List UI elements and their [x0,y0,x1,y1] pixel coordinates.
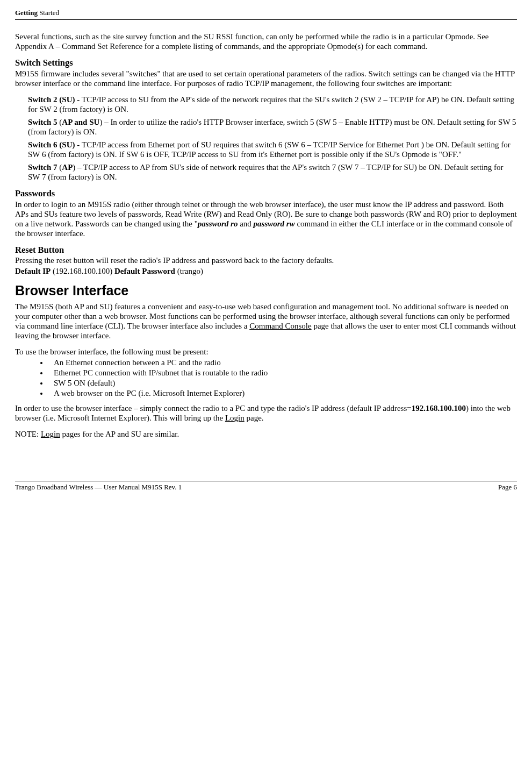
list-item: An Ethernet connection between a PC and … [48,358,517,367]
reset-line1: Pressing the reset button will reset the… [15,255,517,265]
list-item: Ethernet PC connection with IP/subnet th… [48,368,517,378]
command-console-link: Command Console [249,322,311,330]
browser-p2-post: page. [245,414,264,422]
browser-p1: The M915S (both AP and SU) features a co… [15,302,517,340]
switch-label-paren: (AP) [59,163,75,172]
default-ip-inline: 192.168.100.100 [412,404,466,413]
default-pw-label: Default Password [114,267,175,275]
reset-defaults: Default IP (192.168.100.100) Default Pas… [15,266,517,276]
reset-heading: Reset Button [15,245,517,255]
list-item: A web browser on the PC (i.e. Microsoft … [48,388,517,398]
browser-p2: In order to use the browser interface – … [15,403,517,423]
switch-text: TCP/IP access from Ethernet port of SU r… [28,140,511,159]
note-pre: NOTE: [15,430,41,438]
footer-divider [15,481,517,481]
browser-interface-heading: Browser Interface [15,282,517,298]
header-divider [15,19,517,20]
switch-text: – TCP/IP access to AP from SU's side of … [28,163,504,181]
switch-label: Switch 2 (SU) - [28,95,82,104]
list-item: SW 5 ON (default) [48,378,517,388]
switch-label: Switch 7 [28,163,59,172]
note-post: pages for the AP and SU are similar. [60,430,179,438]
default-pw-value: (trango) [175,267,203,275]
login-link-note: Login [41,430,60,438]
browser-reqs-list: An Ethernet connection between a PC and … [15,358,517,398]
browser-note: NOTE: Login pages for the AP and SU are … [15,429,517,439]
default-ip-value: (192.168.100.100) [51,267,114,275]
page-footer: Trango Broadband Wireless — User Manual … [15,481,517,492]
passwords-mid: and [238,219,253,228]
intro-paragraph: Several functions, such as the site surv… [15,32,517,51]
switch-item: Switch 7 (AP) – TCP/IP access to AP from… [28,162,517,182]
switch-item: Switch 2 (SU) - TCP/IP access to SU from… [28,95,517,114]
switch-item: Switch 6 (SU) - TCP/IP access from Ether… [28,140,517,159]
header-section-rest: Started [38,9,59,17]
passwords-heading: Passwords [15,188,517,199]
default-ip-label: Default IP [15,267,51,275]
browser-reqs-intro: To use the browser interface, the follow… [15,347,517,357]
header-section-bold: Getting [15,9,38,17]
login-link: Login [225,414,245,422]
password-rw-cmd: password rw [254,219,295,228]
browser-p2-pre: In order to use the browser interface – … [15,404,412,413]
switch-text: TCP/IP access to SU from the AP's side o… [28,95,514,113]
passwords-paragraph: In order to login to an M915S radio (eit… [15,200,517,238]
switch-label: Switch 5 [28,118,59,126]
switch-settings-intro: M915S firmware includes several "switche… [15,69,517,88]
footer-page-number: Page 6 [498,483,517,492]
footer-left: Trango Broadband Wireless — User Manual … [15,483,182,492]
switch-label-paren: (AP and SU) [59,118,102,126]
switch-label: Switch 6 (SU) - [28,140,82,149]
switch-settings-heading: Switch Settings [15,58,517,68]
password-ro-cmd: password ro [198,219,238,228]
page-header: Getting Started [15,8,517,20]
switch-item: Switch 5 (AP and SU) – In order to utili… [28,117,517,137]
